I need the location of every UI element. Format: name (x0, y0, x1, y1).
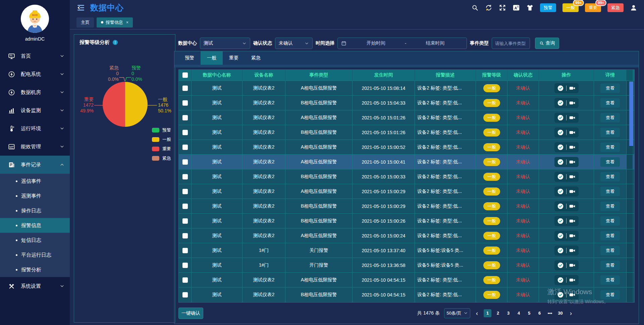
check-circle-icon[interactable] (557, 218, 564, 224)
check-circle-icon[interactable] (557, 203, 564, 210)
row-checkbox[interactable] (182, 233, 188, 238)
sidebar-subitem-platform-log[interactable]: 平台运行日志 (0, 248, 70, 262)
sidebar-subitem-alarm-analysis[interactable]: 报警分析 (0, 262, 70, 277)
sidebar-subitem-alarm-info[interactable]: 报警信息 (0, 218, 70, 233)
view-detail-button[interactable]: 查看 (600, 261, 620, 270)
page-ellipsis[interactable]: ••• (546, 309, 554, 317)
sidebar-item-power-distribution[interactable]: 配电系统 (0, 65, 70, 83)
alarm-badge-urgent[interactable]: 紧急 (607, 3, 624, 12)
camera-icon[interactable] (569, 129, 576, 136)
sidebar-item-environment[interactable]: 运行环境 (0, 119, 70, 138)
sidebar-item-home[interactable]: 首页 (0, 47, 70, 65)
row-checkbox[interactable] (182, 218, 188, 224)
sidebar-item-energy[interactable]: 能效管理 (0, 138, 70, 156)
end-time-placeholder[interactable]: 结束时间 (407, 40, 463, 46)
search-icon[interactable] (471, 4, 479, 11)
alarm-badge-normal[interactable]: 一般99+ (562, 3, 579, 12)
alarm-tab-一般[interactable]: 一般 (201, 51, 223, 65)
scrollbar-track-cell[interactable] (627, 287, 633, 302)
view-detail-button[interactable]: 查看 (600, 172, 620, 181)
vertical-scrollbar-thumb[interactable] (629, 82, 633, 146)
camera-icon[interactable] (569, 144, 576, 151)
camera-icon[interactable] (569, 291, 576, 298)
check-circle-icon[interactable] (557, 144, 564, 151)
refresh-icon[interactable] (485, 4, 492, 11)
nav-tab-alarm-info[interactable]: 报警信息× (97, 17, 133, 28)
page-number-30[interactable]: 30 (556, 309, 564, 317)
confirm-all-button[interactable]: 一键确认 (178, 308, 203, 319)
row-checkbox[interactable] (182, 115, 188, 120)
camera-icon[interactable] (569, 100, 576, 106)
scrollbar-track-cell[interactable] (627, 169, 633, 184)
row-checkbox[interactable] (182, 130, 188, 135)
user-icon[interactable] (630, 4, 637, 11)
sidebar-item-device-monitoring[interactable]: 设备监测 (0, 101, 70, 119)
legend-item[interactable]: 紧急 (152, 155, 171, 161)
sidebar-item-event-records[interactable]: 事件记录 (0, 156, 70, 174)
date-range-picker[interactable]: 开始时间 - 结束时间 (337, 38, 467, 49)
page-number-1[interactable]: 1 (484, 309, 491, 317)
row-checkbox[interactable] (182, 174, 188, 179)
query-button[interactable]: 查询 (535, 38, 559, 49)
camera-icon[interactable] (569, 85, 576, 92)
start-time-placeholder[interactable]: 开始时间 (348, 40, 404, 46)
info-icon[interactable] (112, 40, 118, 45)
row-checkbox[interactable] (182, 204, 188, 209)
camera-icon[interactable] (569, 114, 576, 121)
row-checkbox[interactable] (182, 248, 188, 253)
row-checkbox[interactable] (182, 100, 188, 106)
view-detail-button[interactable]: 查看 (600, 202, 620, 211)
view-detail-button[interactable]: 查看 (600, 275, 620, 285)
alarm-badge-major[interactable]: 重要99+ (585, 3, 601, 12)
scrollbar-track-cell[interactable] (627, 258, 633, 272)
event-type-input[interactable] (492, 38, 530, 49)
view-detail-button[interactable]: 查看 (600, 143, 620, 152)
view-detail-button[interactable]: 查看 (600, 84, 620, 93)
row-checkbox[interactable] (182, 277, 188, 283)
camera-icon[interactable] (569, 203, 576, 210)
view-detail-button[interactable]: 查看 (600, 128, 620, 137)
row-checkbox[interactable] (182, 159, 188, 165)
row-checkbox[interactable] (182, 189, 188, 194)
camera-icon[interactable] (569, 159, 576, 165)
scrollbar-track-cell[interactable] (627, 273, 633, 287)
page-number-4[interactable]: 4 (515, 309, 523, 317)
page-number-6[interactable]: 6 (536, 309, 543, 317)
horizontal-scrollbar[interactable] (174, 65, 639, 67)
scrollbar-track-cell[interactable] (627, 228, 633, 243)
row-checkbox[interactable] (182, 292, 188, 297)
fullscreen-icon[interactable] (499, 4, 506, 11)
camera-icon[interactable] (569, 188, 576, 195)
confirm-status-select[interactable]: 未确认 (275, 38, 313, 49)
camera-icon[interactable] (569, 262, 576, 269)
page-number-5[interactable]: 5 (525, 309, 533, 317)
view-detail-button[interactable]: 查看 (600, 98, 620, 108)
alarm-tab-预警[interactable]: 预警 (178, 51, 201, 65)
sidebar-subitem-telemetry-events[interactable]: 遥测事件 (0, 188, 70, 203)
check-circle-icon[interactable] (557, 159, 564, 165)
sidebar-item-data-room[interactable]: 数据机房 (0, 83, 70, 101)
view-detail-button[interactable]: 查看 (600, 157, 620, 167)
check-circle-icon[interactable] (557, 85, 564, 92)
alarm-tab-紧急[interactable]: 紧急 (245, 51, 267, 65)
check-circle-icon[interactable] (557, 232, 564, 239)
view-detail-button[interactable]: 查看 (600, 216, 620, 226)
camera-icon[interactable] (569, 218, 576, 224)
alarm-badge-warning[interactable]: 预警 (540, 3, 556, 12)
sidebar-subitem-telesignal-events[interactable]: 遥信事件 (0, 174, 70, 188)
scrollbar-track-cell[interactable] (627, 243, 633, 258)
sidebar-item-system-settings[interactable]: 系统设置 (0, 277, 70, 295)
sidebar-subitem-sms-log[interactable]: 短信日志 (0, 233, 70, 248)
view-detail-button[interactable]: 查看 (600, 113, 620, 122)
scrollbar-track-cell[interactable] (627, 214, 633, 228)
scrollbar-track-cell[interactable] (627, 155, 633, 169)
camera-icon[interactable] (569, 232, 576, 239)
pie-circle[interactable] (103, 82, 148, 127)
select-all-checkbox[interactable] (182, 72, 188, 78)
view-detail-button[interactable]: 查看 (600, 187, 620, 196)
check-circle-icon[interactable] (557, 291, 564, 298)
row-checkbox[interactable] (182, 86, 188, 91)
check-circle-icon[interactable] (557, 277, 564, 283)
scrollbar-track-cell[interactable] (627, 184, 633, 199)
page-number-3[interactable]: 3 (504, 309, 512, 317)
